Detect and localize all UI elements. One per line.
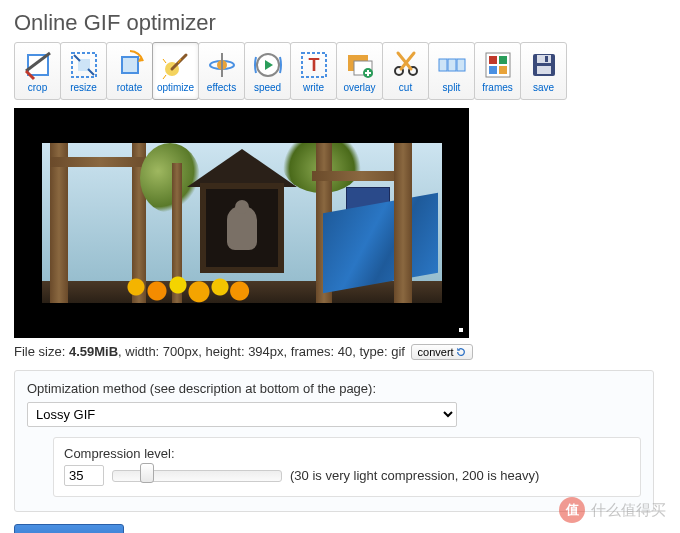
save-icon — [528, 49, 560, 81]
save-label: save — [533, 83, 554, 93]
resize-button[interactable]: resize — [60, 42, 107, 100]
compression-level-slider[interactable] — [112, 470, 282, 482]
svg-rect-28 — [545, 56, 548, 62]
svg-rect-20 — [457, 59, 465, 71]
overlay-icon — [344, 49, 376, 81]
svg-rect-22 — [489, 56, 497, 64]
overlay-label: overlay — [343, 83, 375, 93]
file-info-prefix: File size: — [14, 344, 69, 359]
write-icon: T — [298, 49, 330, 81]
svg-text:T: T — [308, 55, 319, 75]
svg-rect-23 — [499, 56, 507, 64]
svg-rect-25 — [499, 66, 507, 74]
speed-button[interactable]: speed — [244, 42, 291, 100]
speed-icon — [252, 49, 284, 81]
resize-label: resize — [70, 83, 97, 93]
cut-label: cut — [399, 83, 412, 93]
watermark-badge: 值 — [559, 497, 585, 523]
resize-icon — [68, 49, 100, 81]
file-info: File size: 4.59MiB, width: 700px, height… — [14, 344, 666, 360]
svg-rect-3 — [122, 57, 138, 73]
effects-button[interactable]: effects — [198, 42, 245, 100]
write-label: write — [303, 83, 324, 93]
save-button[interactable]: save — [520, 42, 567, 100]
split-button[interactable]: split — [428, 42, 475, 100]
frames-icon — [482, 49, 514, 81]
refresh-icon — [456, 347, 466, 357]
file-size-value: 4.59MiB — [69, 344, 118, 359]
convert-label: convert — [418, 346, 454, 358]
speed-label: speed — [254, 83, 281, 93]
file-info-details: , width: 700px, height: 394px, frames: 4… — [118, 344, 405, 359]
svg-line-7 — [163, 75, 166, 79]
gif-frame — [42, 143, 442, 303]
overlay-button[interactable]: overlay — [336, 42, 383, 100]
effects-icon — [206, 49, 238, 81]
optimize-icon — [160, 49, 192, 81]
split-icon — [436, 49, 468, 81]
frames-button[interactable]: frames — [474, 42, 521, 100]
svg-line-5 — [163, 59, 166, 63]
split-label: split — [443, 83, 461, 93]
cut-icon — [390, 49, 422, 81]
gif-preview — [14, 108, 469, 338]
optimization-method-select[interactable]: Lossy GIF — [27, 402, 457, 427]
svg-rect-18 — [439, 59, 447, 71]
page-title: Online GIF optimizer — [14, 10, 666, 36]
optimize-label: optimize — [157, 83, 194, 93]
rotate-icon — [114, 49, 146, 81]
optimize-button[interactable]: optimize — [152, 42, 199, 100]
svg-rect-29 — [537, 66, 551, 74]
rotate-label: rotate — [117, 83, 143, 93]
svg-rect-19 — [448, 59, 456, 71]
crop-icon — [22, 49, 54, 81]
effects-label: effects — [207, 83, 236, 93]
crop-button[interactable]: crop — [14, 42, 61, 100]
convert-button[interactable]: convert — [411, 344, 473, 360]
write-button[interactable]: Twrite — [290, 42, 337, 100]
compression-level-input[interactable] — [64, 465, 104, 486]
watermark-text: 什么值得买 — [591, 501, 666, 520]
cut-button[interactable]: cut — [382, 42, 429, 100]
frames-label: frames — [482, 83, 513, 93]
optimization-panel: Optimization method (see description at … — [14, 370, 654, 512]
crop-label: crop — [28, 83, 47, 93]
compression-hint: (30 is very light compression, 200 is he… — [290, 468, 539, 483]
compression-level-label: Compression level: — [64, 446, 630, 461]
optimization-method-label: Optimization method (see description at … — [27, 381, 641, 396]
svg-rect-24 — [489, 66, 497, 74]
svg-rect-27 — [537, 55, 551, 63]
toolbar: cropresizerotateoptimizeeffectsspeedTwri… — [14, 42, 666, 100]
compression-panel: Compression level: (30 is very light com… — [53, 437, 641, 497]
optimize-gif-button[interactable]: Optimize GIF! ➤ — [14, 524, 124, 533]
watermark: 值 什么值得买 — [559, 497, 666, 523]
rotate-button[interactable]: rotate — [106, 42, 153, 100]
